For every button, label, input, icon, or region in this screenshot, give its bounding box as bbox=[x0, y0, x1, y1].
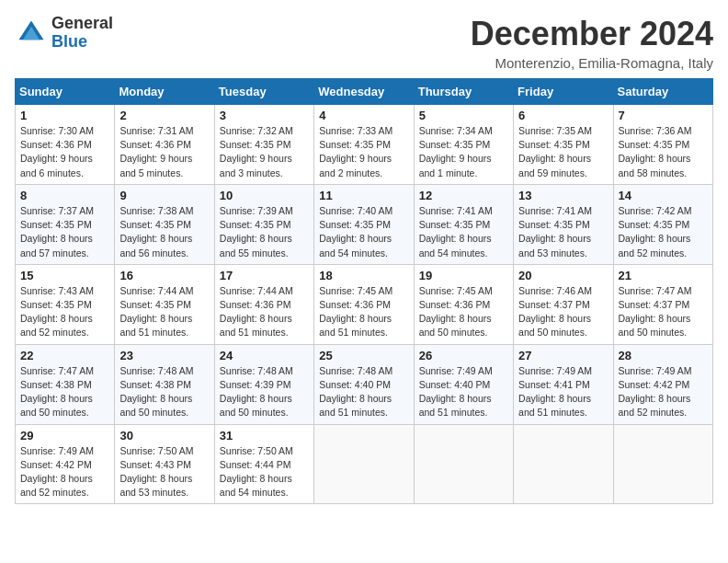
calendar-cell: 19Sunrise: 7:45 AMSunset: 4:36 PMDayligh… bbox=[414, 264, 513, 344]
calendar-cell: 12Sunrise: 7:41 AMSunset: 4:35 PMDayligh… bbox=[414, 184, 513, 264]
day-number: 28 bbox=[619, 349, 708, 362]
day-info: Sunrise: 7:47 AMSunset: 4:38 PMDaylight:… bbox=[20, 364, 109, 420]
day-info: Sunrise: 7:34 AMSunset: 4:35 PMDaylight:… bbox=[419, 124, 508, 180]
day-info: Sunrise: 7:35 AMSunset: 4:35 PMDaylight:… bbox=[518, 124, 608, 180]
day-number: 16 bbox=[119, 269, 209, 282]
day-info: Sunrise: 7:50 AMSunset: 4:44 PMDaylight:… bbox=[220, 444, 309, 500]
day-info: Sunrise: 7:49 AMSunset: 4:41 PMDaylight:… bbox=[518, 364, 608, 420]
day-number: 5 bbox=[419, 109, 508, 122]
day-number: 4 bbox=[319, 109, 408, 122]
calendar-cell: 17Sunrise: 7:44 AMSunset: 4:36 PMDayligh… bbox=[214, 264, 313, 344]
day-number: 19 bbox=[419, 269, 508, 282]
calendar-header-saturday: Saturday bbox=[613, 79, 712, 105]
calendar-header-friday: Friday bbox=[514, 79, 613, 105]
day-info: Sunrise: 7:36 AMSunset: 4:35 PMDaylight:… bbox=[619, 124, 708, 180]
calendar-header-monday: Monday bbox=[115, 79, 214, 105]
calendar-cell: 18Sunrise: 7:45 AMSunset: 4:36 PMDayligh… bbox=[314, 264, 414, 344]
day-number: 6 bbox=[518, 109, 608, 122]
day-number: 23 bbox=[119, 349, 209, 362]
calendar-cell: 5Sunrise: 7:34 AMSunset: 4:35 PMDaylight… bbox=[414, 105, 513, 185]
day-info: Sunrise: 7:42 AMSunset: 4:35 PMDaylight:… bbox=[619, 204, 708, 260]
day-number: 7 bbox=[619, 109, 708, 122]
calendar-week-4: 22Sunrise: 7:47 AMSunset: 4:38 PMDayligh… bbox=[16, 344, 713, 424]
calendar-cell: 1Sunrise: 7:30 AMSunset: 4:36 PMDaylight… bbox=[16, 105, 115, 185]
month-title: December 2024 bbox=[471, 15, 713, 53]
location: Monterenzio, Emilia-Romagna, Italy bbox=[471, 55, 713, 71]
day-number: 17 bbox=[220, 269, 309, 282]
day-info: Sunrise: 7:40 AMSunset: 4:35 PMDaylight:… bbox=[319, 204, 408, 260]
day-info: Sunrise: 7:49 AMSunset: 4:42 PMDaylight:… bbox=[619, 364, 708, 420]
calendar-cell bbox=[314, 424, 414, 504]
calendar-cell: 15Sunrise: 7:43 AMSunset: 4:35 PMDayligh… bbox=[16, 264, 115, 344]
title-block: December 2024 Monterenzio, Emilia-Romagn… bbox=[471, 15, 713, 71]
day-number: 27 bbox=[518, 349, 608, 362]
calendar-cell: 21Sunrise: 7:47 AMSunset: 4:37 PMDayligh… bbox=[613, 264, 712, 344]
day-number: 11 bbox=[319, 189, 408, 202]
day-info: Sunrise: 7:43 AMSunset: 4:35 PMDaylight:… bbox=[20, 284, 109, 340]
day-info: Sunrise: 7:32 AMSunset: 4:35 PMDaylight:… bbox=[220, 124, 309, 180]
calendar-header-thursday: Thursday bbox=[414, 79, 513, 105]
calendar-cell: 14Sunrise: 7:42 AMSunset: 4:35 PMDayligh… bbox=[613, 184, 712, 264]
day-info: Sunrise: 7:49 AMSunset: 4:40 PMDaylight:… bbox=[419, 364, 508, 420]
day-info: Sunrise: 7:39 AMSunset: 4:35 PMDaylight:… bbox=[220, 204, 309, 260]
day-number: 18 bbox=[319, 269, 408, 282]
day-number: 29 bbox=[20, 429, 109, 442]
day-number: 2 bbox=[119, 109, 209, 122]
calendar-cell bbox=[414, 424, 513, 504]
calendar-week-3: 15Sunrise: 7:43 AMSunset: 4:35 PMDayligh… bbox=[16, 264, 713, 344]
day-number: 10 bbox=[220, 189, 309, 202]
day-info: Sunrise: 7:48 AMSunset: 4:38 PMDaylight:… bbox=[119, 364, 209, 420]
day-number: 9 bbox=[119, 189, 209, 202]
day-number: 13 bbox=[518, 189, 608, 202]
day-number: 21 bbox=[619, 269, 708, 282]
day-info: Sunrise: 7:33 AMSunset: 4:35 PMDaylight:… bbox=[319, 124, 408, 180]
day-number: 15 bbox=[20, 269, 109, 282]
day-info: Sunrise: 7:30 AMSunset: 4:36 PMDaylight:… bbox=[20, 124, 109, 180]
day-info: Sunrise: 7:46 AMSunset: 4:37 PMDaylight:… bbox=[518, 284, 608, 340]
calendar-week-1: 1Sunrise: 7:30 AMSunset: 4:36 PMDaylight… bbox=[16, 105, 713, 185]
day-info: Sunrise: 7:38 AMSunset: 4:35 PMDaylight:… bbox=[119, 204, 209, 260]
day-info: Sunrise: 7:49 AMSunset: 4:42 PMDaylight:… bbox=[20, 444, 109, 500]
calendar-cell bbox=[613, 424, 712, 504]
day-number: 14 bbox=[619, 189, 708, 202]
day-number: 8 bbox=[20, 189, 109, 202]
day-number: 1 bbox=[20, 109, 109, 122]
page-header: General Blue December 2024 Monterenzio, … bbox=[15, 15, 713, 71]
calendar-cell: 27Sunrise: 7:49 AMSunset: 4:41 PMDayligh… bbox=[514, 344, 613, 424]
calendar-cell: 24Sunrise: 7:48 AMSunset: 4:39 PMDayligh… bbox=[214, 344, 313, 424]
calendar-cell: 4Sunrise: 7:33 AMSunset: 4:35 PMDaylight… bbox=[314, 105, 414, 185]
day-number: 12 bbox=[419, 189, 508, 202]
calendar-cell: 30Sunrise: 7:50 AMSunset: 4:43 PMDayligh… bbox=[115, 424, 214, 504]
calendar-cell: 13Sunrise: 7:41 AMSunset: 4:35 PMDayligh… bbox=[514, 184, 613, 264]
day-info: Sunrise: 7:41 AMSunset: 4:35 PMDaylight:… bbox=[518, 204, 608, 260]
calendar-cell: 11Sunrise: 7:40 AMSunset: 4:35 PMDayligh… bbox=[314, 184, 414, 264]
calendar-cell: 26Sunrise: 7:49 AMSunset: 4:40 PMDayligh… bbox=[414, 344, 513, 424]
logo: General Blue bbox=[15, 15, 113, 52]
logo-blue: Blue bbox=[51, 33, 113, 52]
calendar-cell: 2Sunrise: 7:31 AMSunset: 4:36 PMDaylight… bbox=[115, 105, 214, 185]
day-number: 30 bbox=[119, 429, 209, 442]
day-info: Sunrise: 7:47 AMSunset: 4:37 PMDaylight:… bbox=[619, 284, 708, 340]
calendar-header-tuesday: Tuesday bbox=[214, 79, 313, 105]
calendar-cell: 10Sunrise: 7:39 AMSunset: 4:35 PMDayligh… bbox=[214, 184, 313, 264]
day-number: 31 bbox=[220, 429, 309, 442]
logo-icon bbox=[15, 17, 48, 50]
calendar-cell bbox=[514, 424, 613, 504]
day-info: Sunrise: 7:37 AMSunset: 4:35 PMDaylight:… bbox=[20, 204, 109, 260]
calendar-cell: 16Sunrise: 7:44 AMSunset: 4:35 PMDayligh… bbox=[115, 264, 214, 344]
calendar-header-wednesday: Wednesday bbox=[314, 79, 414, 105]
calendar-cell: 8Sunrise: 7:37 AMSunset: 4:35 PMDaylight… bbox=[16, 184, 115, 264]
calendar-cell: 29Sunrise: 7:49 AMSunset: 4:42 PMDayligh… bbox=[16, 424, 115, 504]
calendar-week-2: 8Sunrise: 7:37 AMSunset: 4:35 PMDaylight… bbox=[16, 184, 713, 264]
day-info: Sunrise: 7:44 AMSunset: 4:36 PMDaylight:… bbox=[220, 284, 309, 340]
calendar-header-sunday: Sunday bbox=[16, 79, 115, 105]
day-number: 20 bbox=[518, 269, 608, 282]
calendar-header-row: SundayMondayTuesdayWednesdayThursdayFrid… bbox=[16, 79, 713, 105]
calendar-cell: 23Sunrise: 7:48 AMSunset: 4:38 PMDayligh… bbox=[115, 344, 214, 424]
calendar-cell: 7Sunrise: 7:36 AMSunset: 4:35 PMDaylight… bbox=[613, 105, 712, 185]
day-number: 22 bbox=[20, 349, 109, 362]
day-info: Sunrise: 7:45 AMSunset: 4:36 PMDaylight:… bbox=[419, 284, 508, 340]
day-info: Sunrise: 7:45 AMSunset: 4:36 PMDaylight:… bbox=[319, 284, 408, 340]
day-info: Sunrise: 7:48 AMSunset: 4:39 PMDaylight:… bbox=[220, 364, 309, 420]
calendar-cell: 9Sunrise: 7:38 AMSunset: 4:35 PMDaylight… bbox=[115, 184, 214, 264]
